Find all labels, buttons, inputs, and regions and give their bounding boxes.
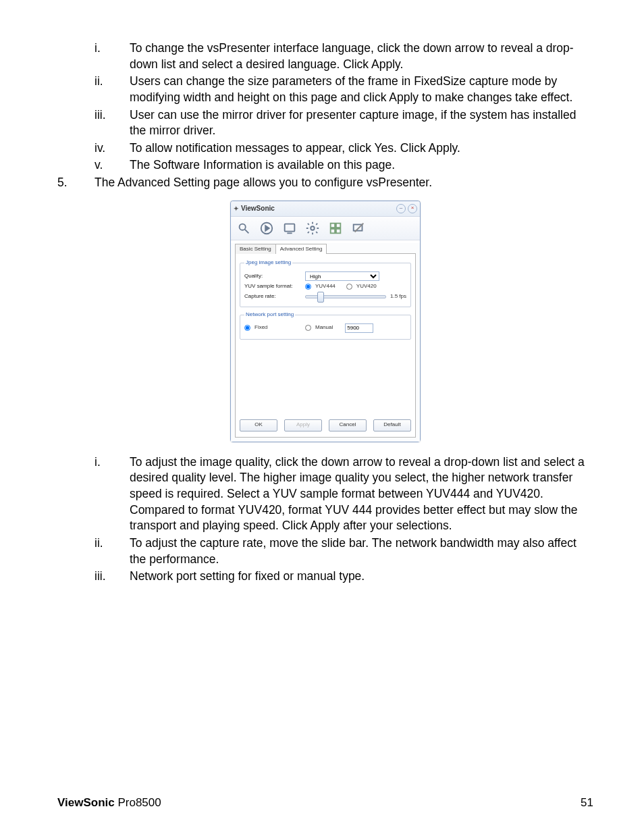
tab-basic-setting[interactable]: Basic Setting <box>235 244 276 255</box>
grid-layout-icon[interactable] <box>327 221 344 236</box>
svg-rect-9 <box>331 229 335 233</box>
port-fixed-radio[interactable]: Fixed <box>244 324 305 332</box>
svg-marker-3 <box>265 226 269 230</box>
list-item: i.To adjust the image quality, click the… <box>95 454 593 534</box>
tab-advanced-setting[interactable]: Advanced Setting <box>275 244 327 255</box>
advanced-setting-panel: Jpeg image setting Quality: High YUV sam… <box>235 253 416 437</box>
yuv444-radio[interactable]: YUV444 <box>305 283 336 290</box>
settings-tabs: Basic Setting Advanced Setting <box>235 243 416 254</box>
port-input[interactable] <box>345 323 373 333</box>
cancel-button[interactable]: Cancel <box>329 419 367 431</box>
capture-rate-value: 1.5 fps <box>390 293 406 300</box>
list-item: iii.Network port setting for fixed or ma… <box>95 569 593 585</box>
svg-rect-10 <box>336 229 340 233</box>
svg-point-6 <box>311 226 315 230</box>
footer-brand: ViewSonic Pro8500 <box>57 795 161 811</box>
apply-button[interactable]: Apply <box>284 419 322 431</box>
list-item-5: 5. The Advanced Setting page allows you … <box>57 175 593 191</box>
titlebar: ✦ ViewSonic – × <box>231 201 420 217</box>
ok-button[interactable]: OK <box>240 419 277 431</box>
viewsonic-settings-dialog: ✦ ViewSonic – × <box>230 201 421 442</box>
yuv420-radio[interactable]: YUV420 <box>346 283 377 290</box>
svg-point-0 <box>240 224 246 230</box>
list-item: iv.To allow notification messages to app… <box>95 140 593 157</box>
capture-region-icon[interactable] <box>281 221 298 236</box>
svg-rect-8 <box>336 223 340 227</box>
capture-rate-label: Capture rate: <box>244 293 305 300</box>
close-button[interactable]: × <box>408 204 417 213</box>
quality-select[interactable]: High <box>305 271 379 281</box>
list-item: iii.User can use the mirror driver for p… <box>95 107 593 139</box>
yuv-label: YUV sample format: <box>244 283 305 290</box>
stop-icon[interactable] <box>350 221 367 236</box>
list-item: i.To change the vsPresenter interface la… <box>95 41 593 72</box>
settings-gear-icon[interactable] <box>304 221 321 236</box>
list-item: ii.Users can change the size parameters … <box>95 74 593 105</box>
outer-list: 5. The Advanced Setting page allows you … <box>57 175 593 191</box>
port-manual-radio[interactable]: Manual <box>305 324 333 332</box>
svg-rect-4 <box>285 224 295 231</box>
search-device-icon[interactable] <box>235 221 252 236</box>
minimize-button[interactable]: – <box>396 204 406 213</box>
bottom-roman-list: i.To adjust the image quality, click the… <box>95 454 593 585</box>
svg-rect-7 <box>331 223 335 227</box>
jpeg-image-setting-group: Jpeg image setting Quality: High YUV sam… <box>240 259 411 307</box>
top-roman-list: i.To change the vsPresenter interface la… <box>95 41 593 174</box>
toolbar <box>231 217 420 240</box>
page-footer: ViewSonic Pro8500 51 <box>57 795 593 811</box>
svg-line-1 <box>245 229 249 233</box>
list-item: ii.To adjust the capture rate, move the … <box>95 535 593 567</box>
default-button[interactable]: Default <box>373 419 411 431</box>
quality-label: Quality: <box>244 273 305 280</box>
list-item: v.The Software Information is available … <box>95 157 593 174</box>
page-number: 51 <box>581 795 593 811</box>
viewsonic-logo-icon: ✦ <box>234 205 239 213</box>
network-port-setting-group: Network port setting Fixed Manual <box>240 311 411 340</box>
window-title: ViewSonic <box>241 204 275 213</box>
play-icon[interactable] <box>258 221 275 236</box>
capture-rate-slider[interactable] <box>305 292 386 300</box>
